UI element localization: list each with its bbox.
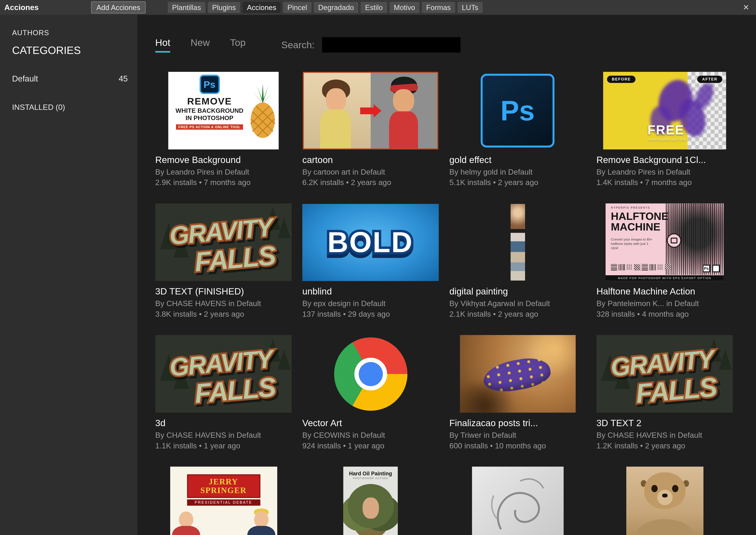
card-meerkat[interactable] xyxy=(596,467,733,535)
card-vector-art[interactable]: Vector Art By CEOWINS in Default 924 ins… xyxy=(302,335,439,450)
card-thumbnail xyxy=(449,467,586,535)
card-thumbnail: JERRY SPRINGER PRESIDENTIAL DEBATE xyxy=(155,467,292,535)
card-title: gold effect xyxy=(449,155,586,165)
bold-text-image: BOLD xyxy=(302,204,439,281)
photoshop-logo-icon: Ps xyxy=(199,75,220,94)
card-title: Vector Art xyxy=(302,418,439,429)
tab-pincel[interactable]: Pincel xyxy=(283,2,311,13)
nudibranch-photo xyxy=(460,335,575,412)
sidebar-installed-header[interactable]: INSTALLED (0) xyxy=(12,103,128,112)
card-author: By CHASE HAVENS in Default xyxy=(155,299,292,308)
card-thumbnail xyxy=(596,467,733,535)
search-input[interactable] xyxy=(322,37,461,53)
card-thumbnail: Hard Oil Painting PHOTOSHOP ACTION xyxy=(302,467,439,535)
card-author: By cartoon art in Default xyxy=(302,168,439,176)
card-3d-text-finished[interactable]: GRAVITY FALLS 3D TEXT (FINISHED) By CHAS… xyxy=(155,203,292,319)
tab-plugins[interactable]: Plugins xyxy=(208,2,240,13)
tab-acciones[interactable]: Acciones xyxy=(242,2,281,13)
panel-title: Acciones xyxy=(0,3,91,12)
meerkat-photo xyxy=(626,467,703,535)
sidebar: AUTHORS CATEGORIES Default 45 INSTALLED … xyxy=(0,15,137,535)
cartoon-comparison-image xyxy=(303,72,438,150)
tab-estilo[interactable]: Estilo xyxy=(361,2,387,13)
ink-before-after-image: BEFORE AFTER FREE PHOTOSHOP ACTION xyxy=(603,72,726,150)
tab-plantillas[interactable]: Plantillas xyxy=(168,2,205,13)
category-count: 45 xyxy=(119,74,128,84)
sort-tab-top[interactable]: Top xyxy=(230,37,246,53)
tab-formas[interactable]: Formas xyxy=(422,2,455,13)
card-author: By epx design in Default xyxy=(302,299,439,308)
card-thumbnail: Ps REMOVE WHITE BACKGROUND IN PHOTOSHOP … xyxy=(155,72,292,150)
pencil-sketch-image xyxy=(472,467,563,535)
card-meta: 328 installs • 4 months ago xyxy=(596,310,733,319)
gravity-falls-logo-image: GRAVITY FALLS xyxy=(596,335,733,412)
chrome-logo-image xyxy=(334,337,407,410)
photoshop-badge-icon: Ps xyxy=(702,265,710,272)
sort-tab-new[interactable]: New xyxy=(191,37,210,53)
halftone-machine-image: HYPERPIX PRESENTS HALFTONE MACHINE Conve… xyxy=(605,203,724,281)
card-meta: 2.9K installs • 7 months ago xyxy=(155,178,292,187)
card-title: 3D TEXT 2 xyxy=(596,418,733,429)
card-meta: 1.1K installs • 1 year ago xyxy=(155,441,292,450)
card-meta: 2.1K installs • 2 years ago xyxy=(449,310,586,319)
card-meta: 600 installs • 10 months ago xyxy=(449,441,586,450)
card-finalizacao-posts[interactable]: Finalizacao posts tri... By Triwer in De… xyxy=(449,335,586,450)
card-remove-background[interactable]: Ps REMOVE WHITE BACKGROUND IN PHOTOSHOP … xyxy=(155,72,292,187)
card-title: Halftone Machine Action xyxy=(596,286,733,297)
card-meta: 1.4K installs • 7 months ago xyxy=(596,178,733,187)
card-remove-background-1cl[interactable]: BEFORE AFTER FREE PHOTOSHOP ACTION Remov… xyxy=(596,72,733,187)
card-jerry-springer[interactable]: JERRY SPRINGER PRESIDENTIAL DEBATE xyxy=(155,467,292,535)
card-title: cartoon xyxy=(302,155,439,165)
card-author: By helmy gold in Default xyxy=(449,168,586,176)
after-badge: AFTER xyxy=(697,75,722,83)
export-badge-icon xyxy=(712,265,720,272)
gravity-falls-logo-image: GRAVITY FALLS xyxy=(155,335,292,412)
card-cartoon[interactable]: cartoon By cartoon art in Default 6.2K i… xyxy=(302,72,439,187)
card-unblind[interactable]: BOLD unblind By epx design in Default 13… xyxy=(302,203,439,319)
category-label: Default xyxy=(12,74,38,84)
sidebar-categories-header[interactable]: CATEGORIES xyxy=(12,44,128,57)
sidebar-item-default[interactable]: Default 45 xyxy=(12,74,128,84)
card-hard-oil-painting[interactable]: Hard Oil Painting PHOTOSHOP ACTION xyxy=(302,467,439,535)
card-thumbnail xyxy=(449,203,586,281)
sort-toolbar: Hot New Top Search: xyxy=(155,37,756,53)
pineapple-image xyxy=(248,82,278,139)
card-meta: 5.1K installs • 2 years ago xyxy=(449,178,586,187)
card-halftone-machine[interactable]: HYPERPIX PRESENTS HALFTONE MACHINE Conve… xyxy=(596,203,733,319)
card-author: By Panteleimon K... in Default xyxy=(596,299,733,308)
plugin-panel: Acciones Add Acciones Plantillas Plugins… xyxy=(0,0,756,535)
card-digital-painting[interactable]: digital painting By Vikhyat Agarwal in D… xyxy=(449,203,586,319)
card-author: By Triwer in Default xyxy=(449,431,586,439)
add-acciones-button[interactable]: Add Acciones xyxy=(91,1,146,14)
card-author: By Leandro Pires in Default xyxy=(596,168,733,176)
search-label: Search: xyxy=(281,39,315,50)
card-author: By CHASE HAVENS in Default xyxy=(155,431,292,439)
card-title: unblind xyxy=(302,286,439,297)
oil-painting-poster-image: Hard Oil Painting PHOTOSHOP ACTION xyxy=(343,467,398,535)
card-author: By CEOWINS in Default xyxy=(302,431,439,439)
card-meta: 1.2K installs • 2 years ago xyxy=(596,441,733,450)
card-meta: 6.2K installs • 2 years ago xyxy=(302,178,439,187)
photoshop-logo-image: Ps xyxy=(481,74,555,148)
tab-motivo[interactable]: Motivo xyxy=(389,2,419,13)
card-3d[interactable]: GRAVITY FALLS 3d By CHASE HAVENS in Defa… xyxy=(155,335,292,450)
card-title: digital painting xyxy=(449,286,586,297)
card-3d-text-2[interactable]: GRAVITY FALLS 3D TEXT 2 By CHASE HAVENS … xyxy=(596,335,733,450)
card-thumbnail: GRAVITY FALLS xyxy=(155,203,292,281)
tab-luts[interactable]: LUTs xyxy=(458,2,483,13)
card-thumbnail xyxy=(302,335,439,412)
tab-degradado[interactable]: Degradado xyxy=(314,2,358,13)
card-pencil-sketch[interactable] xyxy=(449,467,586,535)
card-author: By Vikhyat Agarwal in Default xyxy=(449,299,586,308)
close-icon[interactable]: ✕ xyxy=(736,3,756,12)
sidebar-authors-header[interactable]: AUTHORS xyxy=(12,28,128,37)
sort-tab-hot[interactable]: Hot xyxy=(155,37,170,53)
card-thumbnail xyxy=(449,335,586,412)
card-gold-effect[interactable]: Ps gold effect By helmy gold in Default … xyxy=(449,72,586,187)
cards-grid: Ps REMOVE WHITE BACKGROUND IN PHOTOSHOP … xyxy=(155,72,756,535)
gravity-falls-logo-image: GRAVITY FALLS xyxy=(155,203,292,281)
card-title: Finalizacao posts tri... xyxy=(449,418,586,429)
card-thumbnail: BEFORE AFTER FREE PHOTOSHOP ACTION xyxy=(596,72,733,150)
card-meta: 3.8K installs • 2 years ago xyxy=(155,310,292,319)
card-thumbnail: BOLD xyxy=(302,203,439,281)
